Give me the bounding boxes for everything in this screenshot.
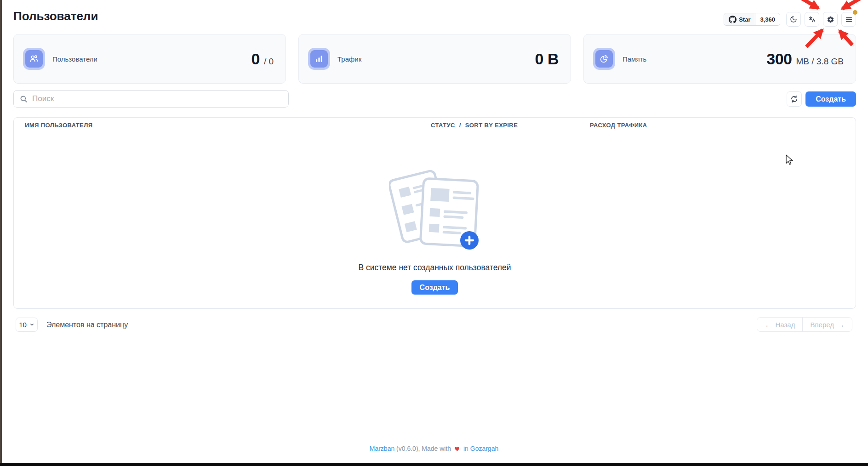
users-table: ИМЯ ПОЛЬЗОВАТЕЛЯ СТАТУС / SORT BY EXPIRE…	[13, 117, 856, 309]
stat-cards: Пользователи 0 / 0 Трафик 0 B Память 300	[13, 34, 856, 84]
header-sort-separator: /	[459, 118, 461, 133]
window-left-edge	[0, 0, 2, 466]
gear-icon	[827, 16, 834, 23]
stat-card-value: 0 B	[535, 50, 559, 68]
stat-card-memory: Память 300 MB / 3.8 GB	[583, 34, 856, 84]
create-user-button[interactable]: Создать	[805, 91, 856, 107]
empty-state: В системе нет созданных пользователей Со…	[14, 161, 856, 295]
header-traffic: РАСХОД ТРАФИКА	[590, 118, 647, 133]
left-arrow-icon: ←	[765, 321, 771, 329]
next-page-button[interactable]: Вперед →	[803, 318, 852, 331]
chevron-down-icon	[29, 322, 34, 327]
next-label: Вперед	[810, 321, 834, 329]
search-icon	[20, 95, 28, 103]
settings-button[interactable]	[823, 12, 838, 27]
heart-icon	[454, 446, 460, 452]
notification-dot	[853, 10, 857, 15]
prev-label: Назад	[775, 321, 795, 329]
prev-page-button[interactable]: ← Назад	[757, 318, 803, 331]
table-actions: Создать	[787, 91, 856, 107]
window-bottom-edge	[0, 463, 868, 466]
header-status-sort[interactable]: СТАТУС / SORT BY EXPIRE	[431, 118, 518, 133]
per-page-value: 10	[19, 321, 27, 329]
header-status-label[interactable]: СТАТУС	[431, 118, 455, 133]
empty-documents-illustration	[389, 161, 481, 256]
refresh-icon	[790, 95, 798, 103]
traffic-bars-icon	[314, 54, 324, 64]
memory-pie-icon	[599, 54, 609, 64]
language-button[interactable]	[805, 12, 819, 27]
stat-card-suffix: / 0	[264, 57, 274, 67]
footer-org-link[interactable]: Gozargah	[470, 445, 498, 452]
stat-card-label: Трафик	[337, 55, 361, 63]
stat-card-label: Пользователи	[52, 55, 97, 63]
hamburger-icon	[845, 16, 853, 23]
header-sort-by-expire[interactable]: SORT BY EXPIRE	[465, 118, 518, 133]
stat-card-value: 0	[251, 50, 259, 68]
page-title: Пользователи	[13, 9, 98, 23]
github-star-button[interactable]: Star	[724, 13, 755, 25]
stat-card-suffix: MB / 3.8 GB	[796, 57, 844, 67]
stat-card-traffic: Трафик 0 B	[298, 34, 571, 84]
pagination-buttons: ← Назад Вперед →	[757, 317, 852, 332]
stat-card-value: 300	[766, 50, 792, 68]
footer: Marzban (v0.6.0), Made with in Gozargah	[0, 445, 868, 452]
footer-in-text: in	[463, 445, 468, 452]
footer-brand-link[interactable]: Marzban	[370, 445, 394, 452]
stat-card-users: Пользователи 0 / 0	[13, 34, 286, 84]
topbar: Star 3,360	[724, 12, 856, 27]
header-username[interactable]: ИМЯ ПОЛЬЗОВАТЕЛЯ	[25, 118, 92, 133]
table-header-row: ИМЯ ПОЛЬЗОВАТЕЛЯ СТАТУС / SORT BY EXPIRE…	[14, 118, 856, 133]
github-octocat-icon	[729, 16, 737, 23]
github-star-widget[interactable]: Star 3,360	[724, 13, 780, 26]
empty-state-message: В системе нет созданных пользователей	[358, 263, 511, 273]
right-arrow-icon: →	[838, 321, 845, 329]
stat-card-label: Память	[622, 55, 646, 63]
moon-icon	[790, 16, 797, 23]
search-box	[13, 90, 289, 108]
marzban-users-page: Пользователи Star 3,360	[0, 0, 868, 466]
empty-state-create-button[interactable]: Создать	[411, 280, 458, 295]
footer-version-text: (v0.6.0), Made with	[396, 445, 451, 452]
per-page-select[interactable]: 10	[16, 318, 38, 332]
refresh-button[interactable]	[787, 91, 802, 107]
github-star-label: Star	[739, 16, 750, 23]
github-star-count[interactable]: 3,360	[755, 13, 780, 25]
per-page-label: Элементов на страницу	[46, 321, 128, 329]
menu-button[interactable]	[841, 12, 856, 27]
users-icon	[29, 54, 39, 64]
theme-toggle-button[interactable]	[786, 12, 801, 27]
search-input[interactable]	[32, 94, 282, 103]
translate-icon	[808, 16, 816, 23]
